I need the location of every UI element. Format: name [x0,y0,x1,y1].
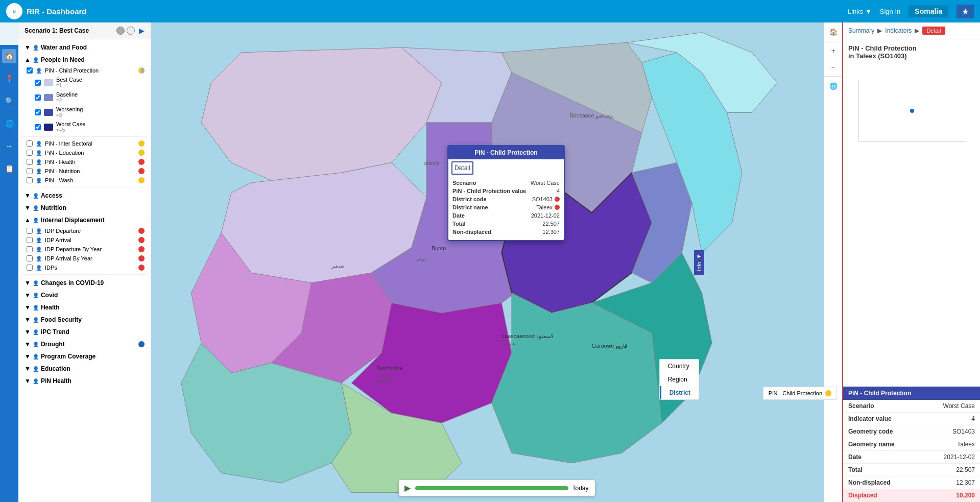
layer-food-sec[interactable]: ▼ 👤 Food Security [22,314,147,326]
checkbox-worst[interactable] [35,124,41,130]
svg-text:Burco: Burco [432,245,446,251]
layer-water-food[interactable]: ▼ 👤 Water and Food [22,41,147,54]
tool-zoom-in[interactable]: + [826,43,841,58]
geo-region[interactable]: Region [660,373,699,386]
svg-text:بوغو: بوغو [416,256,426,262]
checkbox-idp-arr[interactable] [27,237,33,243]
checkbox-idp-arr-yr[interactable] [27,255,33,261]
color-best [44,79,53,86]
info-tab[interactable]: Info ◄ [694,250,704,275]
tool-divider2 [824,76,842,77]
detail-row-geo-code: Geometry code SO1403 [843,425,980,438]
layer-drought[interactable]: ▼ 👤 Drought [22,338,147,350]
geo-selector: Country Region District [659,359,699,400]
topbar: U RIR - Dashboard Links ▼ Sign In Somali… [0,0,980,22]
detail-row-displaced: Displaced 10,200 [843,489,980,502]
detail-row-scenario: Scenario Worst Case [843,400,980,413]
map-area[interactable]: Boosaaso بوصاصو Ceerigaabo جيريكابو Badh… [151,22,842,502]
checkbox-idp-dep[interactable] [27,228,33,234]
detail-row-total: Total 22,507 [843,464,980,476]
nav-summary[interactable]: Summary [848,27,874,34]
legend-bar: PiN - Child Protection [763,387,837,400]
divider-1 [22,136,147,137]
dot-health [138,159,145,165]
star-button[interactable]: ★ [957,5,974,18]
popup-row-date: Date 2021-12-02 [452,211,560,220]
popup-tab-detail[interactable]: Detail [451,161,473,175]
checkbox-health[interactable] [27,159,33,165]
layer-ipc[interactable]: ▼ 👤 IPC Trend [22,326,147,338]
signin-link[interactable]: Sign In [880,8,900,15]
popup-row-district-code: District code SO1403 [452,195,560,203]
detail-chart [848,70,976,152]
geo-district[interactable]: District [660,386,699,399]
tool-home[interactable]: 🏠 [826,25,841,39]
layer-education[interactable]: ▼ 👤 Education [22,363,147,375]
checkbox-inter[interactable] [27,140,33,147]
popup-row-district-name: District name Taleex [452,203,560,211]
layer-pin-health[interactable]: ▼ 👤 PiN Health [22,375,147,387]
topbar-right: Links ▼ Sign In Somalia ★ [848,5,974,18]
geo-country[interactable]: Country [660,360,699,373]
nav-pin[interactable]: 📍 [2,71,16,86]
popup-row-pin-value: PiN - Child Protection value 4 [452,187,560,195]
detail-row-date: Date 2021-12-02 [843,451,980,464]
links-menu[interactable]: Links ▼ [848,8,872,15]
dot-inter [138,140,145,147]
popup-table: Scenario Worst Case PiN - Child Protecti… [448,177,564,240]
scenario-icon-white [127,27,135,35]
layer-program-cov[interactable]: ▼ 👤 Program Coverage [22,350,147,363]
nav-search[interactable]: 🔍 [2,94,16,108]
dot-pin-cp [138,67,145,74]
right-panel-title: PiN - Child Protection in Taleex (SO1403… [843,39,980,65]
app-title: RIR - Dashboard [27,7,87,16]
checkbox-idps[interactable] [27,265,33,271]
tool-zoom-out[interactable]: − [826,60,841,74]
layer-access[interactable]: ▼ 👤 Access [22,189,147,202]
nav-home[interactable]: 🏠 [2,49,16,63]
nav-indicators[interactable]: Indicators [885,27,912,34]
dot-nutrition [138,168,145,174]
svg-text:U+1F1F8: U+1F1F8 [371,379,390,384]
svg-text:Boosaaso بوصاصو: Boosaaso بوصاصو [569,112,614,119]
checkbox-idp-dep-yr[interactable] [27,246,33,252]
layer-people-need[interactable]: ▲ 👤 People in Need [22,54,147,66]
layer-covid[interactable]: ▼ 👤 Covid [22,289,147,301]
right-panel-detail-header: PiN - Child Protection [843,387,980,400]
detail-row-geo-name: Geometry name Taleex [843,438,980,451]
checkbox-best[interactable] [35,80,41,86]
person-icon-pin: 👤 [33,57,39,63]
layer-item-idp-dep-yr: 👤 IDP Departure By Year [22,245,147,254]
layer-covid19[interactable]: ▼ 👤 Changes in COVID-19 [22,277,147,289]
progress-bar[interactable] [415,486,568,490]
checkbox-edu[interactable] [27,150,33,156]
sidebar-next-btn[interactable]: ▶ [139,27,145,35]
dot-idp-arr [138,237,145,243]
checkbox-nutrition[interactable] [27,168,33,174]
map-svg: Boosaaso بوصاصو Ceerigaabo جيريكابو Badh… [151,22,842,493]
nav-arrows[interactable]: ↔ [2,139,16,153]
tool-globe[interactable]: 🌐 [826,79,841,93]
layer-item-edu: 👤 PiN - Education [22,148,147,157]
checkbox-baseline[interactable] [35,94,41,101]
scenario-icon-gray [116,27,125,35]
dot-idp-arr-yr [138,255,145,261]
checkbox-worsening[interactable] [35,109,41,115]
layer-item-health: 👤 PiN - Health [22,157,147,166]
dot-idp-dep-yr [138,246,145,252]
legend-dot [825,390,831,396]
popup-row-scenario: Scenario Worst Case [452,179,560,187]
app-logo: U RIR - Dashboard [6,3,87,19]
layer-item-wash: 👤 PiN - Wash [22,176,147,185]
layer-internal-disp[interactable]: ▲ 👤 Internal Displacement [22,214,147,226]
checkbox-pin-cp[interactable] [27,67,33,74]
checkbox-wash[interactable] [27,177,33,183]
play-button[interactable]: ▶ [404,483,411,493]
country-button[interactable]: Somalia [909,5,948,17]
layer-health-sec[interactable]: ▼ 👤 Health [22,301,147,314]
dot-drought [138,341,145,347]
nav-globe[interactable]: 🌐 [2,116,16,131]
layer-nutrition-sec[interactable]: ▼ 👤 Nutrition [22,202,147,214]
nav-layers[interactable]: 📋 [2,161,16,176]
person-icon-cp: 👤 [36,68,42,74]
